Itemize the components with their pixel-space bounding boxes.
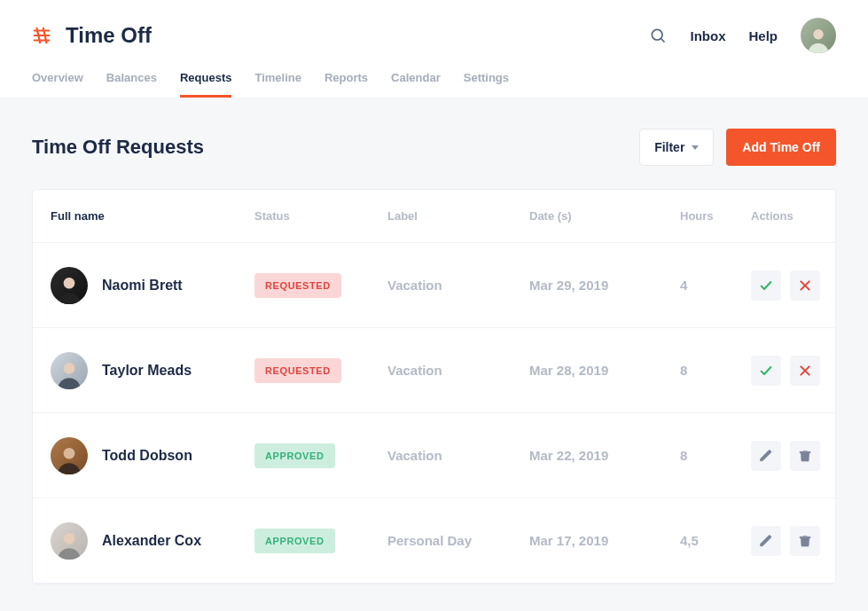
date-cell: Mar 22, 2019 xyxy=(529,448,680,463)
chevron-down-icon xyxy=(692,145,699,150)
label-cell: Personal Day xyxy=(387,533,529,548)
header-left: Time Off xyxy=(32,23,152,48)
approve-button[interactable] xyxy=(751,270,781,301)
hours-cell: 8 xyxy=(680,363,751,378)
col-date: Date (s) xyxy=(529,209,680,223)
tab-reports[interactable]: Reports xyxy=(325,71,368,98)
tab-timeline[interactable]: Timeline xyxy=(254,71,301,98)
col-label: Label xyxy=(387,209,529,223)
name-cell: Taylor Meads xyxy=(51,352,254,389)
date-cell: Mar 17, 2019 xyxy=(529,533,680,548)
employee-name: Alexander Cox xyxy=(102,533,201,549)
tab-overview[interactable]: Overview xyxy=(32,71,83,98)
edit-button[interactable] xyxy=(751,526,781,556)
requests-table: Full name Status Label Date (s) Hours Ac… xyxy=(32,189,836,584)
label-cell: Vacation xyxy=(387,363,529,378)
tab-balances[interactable]: Balances xyxy=(106,71,157,98)
name-cell: Naomi Brett xyxy=(51,267,254,304)
status-cell: APPROVED xyxy=(254,529,387,553)
status-badge: APPROVED xyxy=(254,529,335,553)
status-cell: APPROVED xyxy=(254,443,387,468)
edit-button[interactable] xyxy=(751,441,781,471)
svg-point-6 xyxy=(64,362,75,373)
app-title: Time Off xyxy=(66,23,152,48)
search-icon[interactable] xyxy=(649,27,667,44)
svg-point-3 xyxy=(64,277,75,288)
employee-name: Todd Dobson xyxy=(102,448,192,464)
app-logo-icon xyxy=(32,26,51,45)
svg-line-1 xyxy=(661,39,665,43)
date-cell: Mar 29, 2019 xyxy=(529,278,680,293)
inbox-link[interactable]: Inbox xyxy=(690,28,725,43)
col-status: Status xyxy=(254,209,387,223)
add-time-off-button[interactable]: Add Time Off xyxy=(726,129,836,166)
header-right: Inbox Help xyxy=(649,18,836,53)
col-actions: Actions xyxy=(751,209,836,223)
status-cell: REQUESTED xyxy=(254,273,387,298)
tab-requests[interactable]: Requests xyxy=(180,71,232,98)
svg-point-9 xyxy=(64,447,75,458)
tabs: Overview Balances Requests Timeline Repo… xyxy=(0,60,868,98)
employee-avatar xyxy=(51,437,88,474)
col-hours: Hours xyxy=(680,209,751,223)
help-link[interactable]: Help xyxy=(748,28,778,43)
actions-cell xyxy=(751,526,836,556)
table-row: Todd Dobson APPROVED Vacation Mar 22, 20… xyxy=(33,413,835,498)
table-row: Naomi Brett REQUESTED Vacation Mar 29, 2… xyxy=(33,243,835,328)
svg-point-10 xyxy=(64,532,75,544)
actions-cell xyxy=(751,270,836,301)
page-title: Time Off Requests xyxy=(32,136,204,159)
hours-cell: 4 xyxy=(680,278,751,293)
delete-button[interactable] xyxy=(790,441,820,471)
label-cell: Vacation xyxy=(387,278,529,293)
label-cell: Vacation xyxy=(387,448,529,463)
employee-avatar xyxy=(51,352,88,389)
user-avatar[interactable] xyxy=(801,18,836,53)
svg-point-0 xyxy=(653,29,663,40)
actions-cell xyxy=(751,441,836,471)
reject-button[interactable] xyxy=(790,356,820,386)
employee-avatar xyxy=(51,522,88,560)
status-badge: APPROVED xyxy=(254,443,335,468)
actions-cell xyxy=(751,356,836,386)
name-cell: Todd Dobson xyxy=(51,437,254,474)
svg-point-2 xyxy=(813,29,823,39)
status-cell: REQUESTED xyxy=(254,358,387,383)
delete-button[interactable] xyxy=(790,526,820,556)
page-header: Time Off Requests Filter Add Time Off xyxy=(32,129,836,166)
employee-name: Taylor Meads xyxy=(102,363,192,379)
app-root: Time Off Inbox Help Overview Balances Re… xyxy=(0,0,868,611)
table-header: Full name Status Label Date (s) Hours Ac… xyxy=(33,190,835,243)
col-name: Full name xyxy=(51,209,254,223)
page-body: Time Off Requests Filter Add Time Off Fu… xyxy=(0,98,868,611)
status-badge: REQUESTED xyxy=(254,358,341,383)
employee-avatar xyxy=(51,267,88,304)
name-cell: Alexander Cox xyxy=(51,522,254,560)
tab-settings[interactable]: Settings xyxy=(464,71,509,98)
date-cell: Mar 28, 2019 xyxy=(529,363,680,378)
employee-name: Naomi Brett xyxy=(102,278,183,294)
filter-button-label: Filter xyxy=(654,140,684,154)
filter-button[interactable]: Filter xyxy=(639,129,714,166)
status-badge: REQUESTED xyxy=(254,273,341,298)
reject-button[interactable] xyxy=(790,270,820,301)
app-header: Time Off Inbox Help xyxy=(0,0,868,60)
table-row: Taylor Meads REQUESTED Vacation Mar 28, … xyxy=(33,328,835,413)
table-row: Alexander Cox APPROVED Personal Day Mar … xyxy=(33,498,835,584)
approve-button[interactable] xyxy=(751,356,781,386)
page-actions: Filter Add Time Off xyxy=(639,129,836,166)
hours-cell: 4,5 xyxy=(680,533,751,548)
hours-cell: 8 xyxy=(680,448,751,463)
tab-calendar[interactable]: Calendar xyxy=(391,71,441,98)
